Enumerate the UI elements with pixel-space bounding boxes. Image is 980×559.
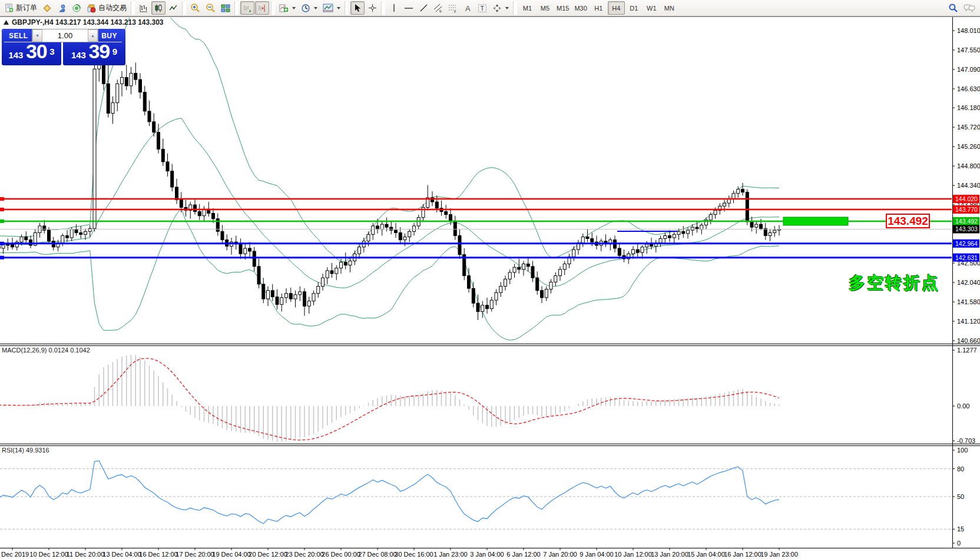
market-watch-icon [42,4,52,13]
svg-text:142.040: 142.040 [957,279,980,286]
svg-text:15: 15 [957,525,964,533]
fibonacci-button[interactable]: F [446,1,460,15]
svg-text:146.630: 146.630 [957,85,980,92]
svg-text:3 Jan 04:00: 3 Jan 04:00 [470,551,504,558]
timeframe-m1-button[interactable]: M1 [519,1,536,15]
templates-button[interactable] [320,1,343,15]
level-anchor [0,219,4,223]
zoom-out-icon [206,3,216,13]
svg-text:144.340: 144.340 [957,182,980,189]
arrows-button[interactable] [490,1,511,15]
auto-trading-label: 自动交易 [98,3,127,13]
svg-text:19 Jan 23:00: 19 Jan 23:00 [760,551,798,558]
crosshair-button[interactable] [365,1,379,15]
svg-text:145.260: 145.260 [957,143,980,150]
search-icon [948,3,958,13]
candlestick-chart-button[interactable] [151,1,165,15]
svg-text:10 Dec 12:00: 10 Dec 12:00 [29,551,68,558]
arrows-icon [492,4,502,13]
svg-text:23 Dec 20:00: 23 Dec 20:00 [285,551,323,558]
search-button[interactable] [946,1,961,15]
price-chart-canvas[interactable]: 148.010147.550147.090146.630146.180145.7… [0,0,980,559]
svg-text:147.550: 147.550 [957,46,980,54]
trendline-button[interactable] [416,1,431,15]
svg-text:F: F [454,10,456,13]
navigator-button[interactable] [69,1,84,15]
svg-text:17 Dec 20:00: 17 Dec 20:00 [176,551,214,558]
chart-shift-button[interactable] [255,1,269,15]
green-highlight-rect[interactable] [783,217,848,225]
trendline-icon [419,4,428,12]
sell-price-prefix: 143 [8,50,23,60]
svg-text:143.303: 143.303 [955,225,978,232]
svg-text:15 Jan 04:00: 15 Jan 04:00 [687,551,725,558]
sell-price[interactable]: 143 30 3 [2,40,61,63]
new-order-icon [5,4,14,12]
text-button[interactable]: A [461,1,475,15]
date-axis[interactable]: 9 Dec 201910 Dec 12:0011 Dec 20:0013 Dec… [0,548,798,558]
tile-windows-icon [221,4,230,13]
timeframe-m5-button[interactable]: M5 [537,1,554,15]
toolbar-separator [345,2,349,15]
bar-chart-icon [139,4,148,13]
chat-button[interactable] [961,1,978,15]
svg-text:141.580: 141.580 [957,298,980,305]
timeframe-h4-button[interactable]: H4 [608,1,625,15]
auto-trading-icon [87,4,96,13]
chart-shift-icon [257,4,267,13]
auto-trading-button[interactable]: 自动交易 [84,1,129,15]
svg-text:0.00: 0.00 [957,402,969,410]
indicators-button[interactable] [277,1,298,15]
price-callout-box[interactable]: 143.492 [886,214,930,228]
crosshair-icon [368,4,377,12]
toolbar-separator [131,2,135,15]
data-window-button[interactable] [55,1,69,15]
volume-decrease-button[interactable]: ▼ [32,29,42,42]
timeframe-h1-button[interactable]: H1 [590,1,607,15]
timeframe-mn-button[interactable]: MN [661,1,678,15]
svg-text:50: 50 [957,493,964,500]
svg-text:100: 100 [957,447,968,454]
buy-price[interactable]: 143 39 9 [63,40,125,63]
horizontal-line-icon [404,4,413,12]
volume-increase-button[interactable]: ▲ [88,29,98,42]
equidistant-channel-icon: E [433,4,443,13]
text-label-button[interactable]: T [475,1,489,15]
timeframe-d1-button[interactable]: D1 [625,1,643,15]
fibonacci-icon: F [448,4,458,13]
timeframe-m15-button[interactable]: M15 [554,1,571,15]
horizontal-line-button[interactable] [402,1,416,15]
market-watch-button[interactable] [40,1,54,15]
buy-price-prefix: 143 [71,50,86,60]
level-anchor [0,256,4,259]
zoom-out-button[interactable] [203,1,218,15]
zoom-in-button[interactable] [188,1,203,15]
navigator-icon [72,4,81,13]
svg-text:1.1277: 1.1277 [957,347,977,354]
svg-text:A: A [465,4,471,12]
bar-chart-button[interactable] [137,1,151,15]
equidistant-channel-button[interactable]: E [431,1,445,15]
auto-scroll-button[interactable] [240,1,254,15]
line-chart-button[interactable] [166,1,180,15]
chat-icon [964,4,975,13]
volume-input[interactable] [42,29,88,42]
cursor-button[interactable] [350,1,365,15]
toolbar-separator [182,2,186,15]
svg-text:16 Dec 12:00: 16 Dec 12:00 [139,551,177,558]
new-order-button[interactable]: 新订单 [2,1,39,15]
svg-text:26 Dec 00:00: 26 Dec 00:00 [322,551,360,558]
tile-windows-button[interactable] [218,1,233,15]
main-toolbar: 新订单 自动交易 [0,0,980,16]
buy-price-big: 39 [88,40,110,62]
vertical-line-button[interactable] [387,1,401,15]
svg-text:20 Dec 12:00: 20 Dec 12:00 [249,551,287,558]
chinese-annotation-text: 多空转折点 [849,272,940,294]
svg-text:6 Jan 12:00: 6 Jan 12:00 [506,551,541,558]
periods-button[interactable] [299,1,320,15]
macd-label: MACD(12,26,9) 0.0124 0.1042 [2,347,90,354]
timeframe-w1-button[interactable]: W1 [643,1,660,15]
svg-text:142.631: 142.631 [955,254,978,261]
timeframe-m30-button[interactable]: M30 [572,1,589,15]
collapse-panel-icon[interactable] [4,20,9,25]
